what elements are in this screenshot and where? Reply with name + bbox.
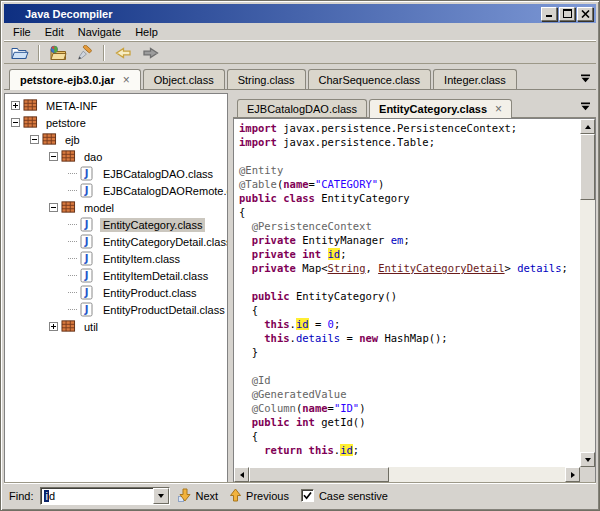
tree-item-petstore[interactable]: petstore [7,114,227,131]
menu-file[interactable]: File [6,24,38,40]
scroll-down-button[interactable] [580,452,595,467]
expand-icon[interactable] [11,101,20,110]
menu-navigate[interactable]: Navigate [71,24,128,40]
tree-connector [68,224,77,225]
tree-item-label: ejb [62,133,83,147]
find-input-text[interactable]: id [41,488,153,504]
case-sensitive-checkbox[interactable] [301,489,314,502]
tab-close-icon[interactable]: × [495,105,502,113]
find-bar: Find: id Next Previous Case senstive [4,483,596,507]
tab-label: petstore-ejb3.0.jar [20,74,115,86]
code-line: private EntityManager em; [239,233,580,247]
tree-item-entityitemdetail-class[interactable]: JEntityItemDetail.class [7,267,227,284]
expand-icon[interactable] [49,322,58,331]
tree-connector [68,309,77,310]
tree-item-entityitem-class[interactable]: JEntityItem.class [7,250,227,267]
find-dropdown-button[interactable] [153,488,169,504]
back-icon [115,46,132,60]
collapse-icon[interactable] [49,203,58,212]
scroll-left-button[interactable] [234,467,249,482]
editor-tab-list-dropdown-icon[interactable] [581,102,590,111]
menu-help[interactable]: Help [128,24,165,40]
package-icon [23,115,39,130]
tree-item-entityproduct-class[interactable]: JEntityProduct.class [7,284,227,301]
menu-edit[interactable]: Edit [38,24,71,40]
code-line: @Entity [239,163,580,177]
tree-item-ejbcatalogdao-class[interactable]: JEJBCatalogDAO.class [7,165,227,182]
tab-entitycategory-class[interactable]: EntityCategory.class× [369,99,512,118]
search-highlight: id [328,248,341,260]
horizontal-scroll-track[interactable] [249,467,565,482]
close-button[interactable] [577,7,593,21]
svg-text:J: J [84,219,89,230]
horizontal-scroll-thumb[interactable] [249,467,389,482]
tab-label: Object.class [154,74,214,86]
tree-item-util[interactable]: util [7,318,227,335]
tab-close-icon[interactable]: × [123,76,130,84]
code-line: { [239,303,580,317]
tree-item-label: dao [81,150,105,164]
class-file-icon: J [80,251,96,266]
tab-integer-class[interactable]: Integer.class [433,69,517,89]
class-file-icon: J [80,268,96,283]
main-content: META-INFpetstoreejbdaoJEJBCatalogDAO.cla… [4,90,596,483]
code-line: public EntityCategory() [239,289,580,303]
svg-text:J: J [84,287,89,298]
code-line: } [239,345,580,359]
search-highlight: id [296,318,309,330]
code-line: this.details = new HashMap(); [239,331,580,345]
find-next-button[interactable]: Next [175,487,221,505]
vertical-scroll-track[interactable] [580,134,595,452]
app-window: Java Decompiler FileEditNavigateHelp pet… [0,0,600,511]
scroll-up-button[interactable] [580,119,595,134]
tab-string-class[interactable]: String.class [227,69,306,89]
source-code[interactable]: import javax.persistence.PersistenceCont… [234,119,580,467]
window-controls [541,7,593,21]
collapse-icon[interactable] [49,152,58,161]
code-line: private int id; [239,247,580,261]
tree-item-ejbcatalogdaoremote-class[interactable]: JEJBCatalogDAORemote.class [7,182,227,199]
tree-item-dao[interactable]: dao [7,148,227,165]
tree-item-entityproductdetail-class[interactable]: JEntityProductDetail.class [7,301,227,318]
class-file-icon: J [80,302,96,317]
vertical-scrollbar[interactable] [580,119,595,467]
maximize-button[interactable] [559,7,575,21]
minimize-button[interactable] [541,7,557,21]
find-previous-label: Previous [246,490,289,502]
tree-item-model[interactable]: model [7,199,227,216]
tab-petstore-ejb3-0-jar[interactable]: petstore-ejb3.0.jar× [9,69,141,90]
type-link[interactable]: EntityCategoryDetail [378,262,504,274]
type-link[interactable]: String [328,262,366,274]
horizontal-scrollbar[interactable] [234,467,580,482]
search-button[interactable] [73,43,97,63]
svg-text:J: J [84,304,89,315]
tab-list-dropdown-icon[interactable] [581,74,590,83]
svg-text:J: J [84,168,89,179]
save-all-sources-button[interactable] [46,43,70,63]
code-line: { [239,205,580,219]
tree-item-label: EJBCatalogDAO.class [100,167,216,181]
tree-item-entitycategorydetail-class[interactable]: JEntityCategoryDetail.class [7,233,227,250]
find-previous-button[interactable]: Previous [226,487,292,505]
tree-item-entitycategory-class[interactable]: JEntityCategory.class [7,216,227,233]
find-input[interactable]: id [40,487,170,505]
down-arrow-icon [585,458,591,465]
tree-item-ejb[interactable]: ejb [7,131,227,148]
forward-button[interactable] [138,43,162,63]
tab-charsequence-class[interactable]: CharSequence.class [308,69,432,89]
vertical-scroll-thumb[interactable] [580,134,595,200]
back-button[interactable] [111,43,135,63]
tree-item-label: EntityProductDetail.class [100,303,228,317]
tab-ejbcatalogdao-class[interactable]: EJBCatalogDAO.class [237,99,367,117]
code-line: { [239,429,580,443]
scroll-right-button[interactable] [565,467,580,482]
code-line: public class EntityCategory [239,191,580,205]
open-file-button[interactable] [8,43,32,63]
class-file-icon: J [80,183,96,198]
tree-item-label: petstore [43,116,89,130]
tree-item-label: EJBCatalogDAORemote.class [100,184,228,198]
collapse-icon[interactable] [11,118,20,127]
tree-item-meta-inf[interactable]: META-INF [7,97,227,114]
tab-object-class[interactable]: Object.class [143,69,225,89]
collapse-icon[interactable] [30,135,39,144]
